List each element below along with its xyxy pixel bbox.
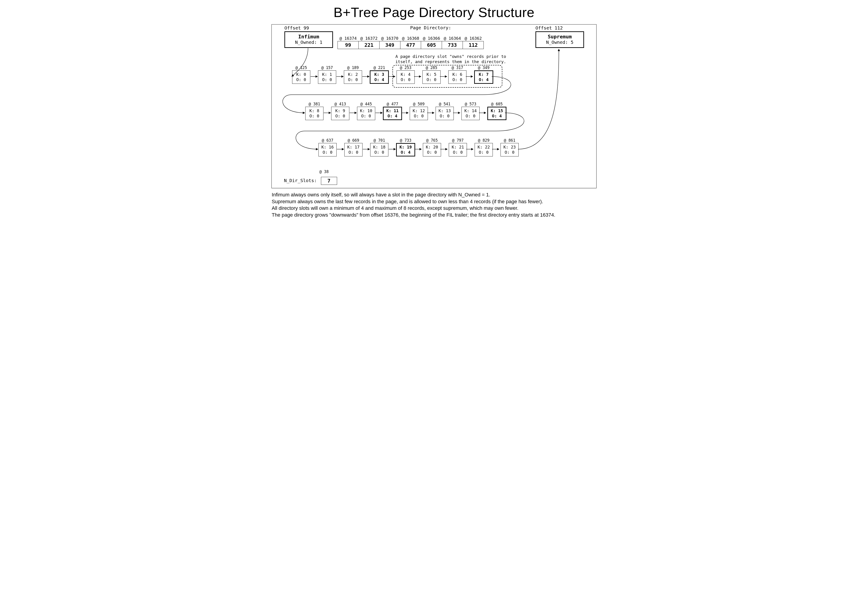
supremum-box: Supremum N_Owned: 5 — [535, 31, 584, 48]
record-offset: @ 125 — [292, 65, 310, 70]
dir-slot-offset: @ 16368 — [400, 36, 421, 41]
record-offset: @ 573 — [462, 102, 480, 106]
supremum-offset-label: Offset 112 — [535, 25, 563, 31]
record: K: 2O: 0 — [344, 70, 362, 84]
record-key: K: 1 — [318, 72, 336, 77]
record-offset: @ 413 — [331, 102, 349, 106]
record-key: K: 7 — [475, 72, 493, 77]
record-offset: @ 733 — [396, 138, 415, 143]
record-key: K: 8 — [305, 108, 323, 113]
record: K: 18O: 0 — [370, 143, 388, 157]
record-owner: K: 11O: 4 — [383, 107, 402, 120]
ndir-value: 7 — [321, 177, 337, 185]
record: K: 12O: 0 — [410, 107, 428, 120]
record-key: K: 15 — [488, 108, 506, 113]
record-owned: O: 0 — [423, 150, 441, 155]
record-key: K: 18 — [370, 145, 388, 150]
record-offset: @ 349 — [474, 65, 493, 70]
record: K: 1O: 0 — [318, 70, 336, 84]
record-owned: O: 0 — [370, 150, 388, 155]
record-key: K: 21 — [449, 145, 467, 150]
record-offset: @ 637 — [318, 138, 336, 143]
record-key: K: 9 — [332, 108, 349, 113]
record-owned: O: 0 — [319, 150, 336, 155]
record: K: 6O: 0 — [448, 70, 467, 84]
infimum-box: Infimum N_Owned: 1 — [284, 31, 333, 48]
footnote-line: The page directory grows "downwards" fro… — [272, 212, 596, 219]
ndir-offset: @ 38 — [319, 169, 329, 174]
record: K: 17O: 0 — [344, 143, 363, 157]
dir-slot-value: 221 — [358, 41, 379, 49]
record-key: K: 2 — [344, 72, 362, 77]
dir-slot-offset: @ 16364 — [442, 36, 463, 41]
page-directory-label: Page Directory: — [410, 25, 451, 30]
record-owned: O: 0 — [292, 77, 310, 82]
dir-slot-offset: @ 16370 — [379, 36, 400, 41]
ndir-slots: N_Dir_Slots: 7 — [284, 177, 337, 185]
record-owned: O: 4 — [397, 150, 414, 155]
footnotes: Infimum always owns only itself, so will… — [272, 191, 596, 219]
dir-slot-value: 349 — [379, 41, 400, 49]
record-owned: O: 0 — [397, 77, 414, 82]
dir-slot-value: 112 — [463, 41, 484, 49]
record-owned: O: 0 — [332, 113, 349, 119]
ownership-note: A page directory slot "owns" records pri… — [395, 54, 511, 64]
record-offset: @ 829 — [474, 138, 493, 143]
record-key: K: 11 — [384, 108, 401, 113]
footnote-line: Infimum always owns only itself, so will… — [272, 191, 596, 198]
record-offset: @ 477 — [383, 102, 402, 106]
record-owned: O: 0 — [344, 150, 362, 155]
record-offset: @ 765 — [423, 138, 441, 143]
record-key: K: 10 — [357, 108, 375, 113]
record-key: K: 19 — [397, 145, 414, 150]
record: K: 8O: 0 — [305, 107, 324, 120]
record-offset: @ 797 — [449, 138, 467, 143]
infimum-title: Infimum — [285, 34, 332, 39]
record-key: K: 13 — [436, 108, 454, 113]
record: K: 4O: 0 — [397, 70, 415, 84]
record-owned: O: 0 — [436, 113, 454, 119]
record-key: K: 3 — [370, 72, 388, 77]
record-owned: O: 0 — [475, 150, 493, 155]
record-offset: @ 285 — [422, 65, 440, 70]
record-owner: K: 19O: 4 — [396, 143, 415, 157]
record: K: 14O: 0 — [462, 107, 480, 120]
page-directory-table: @ 16374@ 16372@ 16370@ 16368@ 16366@ 163… — [338, 36, 484, 49]
record-owned: O: 0 — [462, 113, 479, 119]
record-offset: @ 317 — [448, 65, 467, 70]
dir-slot-offset: @ 16366 — [421, 36, 442, 41]
infimum-offset-label: Offset 99 — [284, 25, 309, 31]
record: K: 23O: 0 — [501, 143, 519, 157]
record-offset: @ 701 — [370, 138, 388, 143]
record-owned: O: 0 — [344, 77, 362, 82]
record-owned: O: 0 — [318, 77, 336, 82]
record: K: 22O: 0 — [474, 143, 493, 157]
record-offset: @ 189 — [344, 65, 362, 70]
record-key: K: 20 — [423, 145, 441, 150]
dir-slot-value: 477 — [400, 41, 421, 49]
infimum-owned: N_Owned: 1 — [285, 39, 332, 45]
record-offset: @ 509 — [410, 102, 428, 106]
dir-slot-offset: @ 16362 — [463, 36, 484, 41]
footnote-line: All directory slots will own a minimum o… — [272, 205, 596, 212]
record-offset: @ 861 — [501, 138, 519, 143]
record-key: K: 12 — [410, 108, 428, 113]
record-key: K: 6 — [448, 72, 466, 77]
record-key: K: 5 — [423, 72, 440, 77]
record-owned: O: 0 — [449, 150, 467, 155]
record-owned: O: 0 — [501, 150, 518, 155]
footnote-line: Supremum always owns the last few record… — [272, 198, 596, 205]
record: K: 16O: 0 — [318, 143, 336, 157]
record-offset: @ 381 — [305, 102, 324, 106]
record-offset: @ 669 — [344, 138, 363, 143]
record: K: 13O: 0 — [436, 107, 454, 120]
record-owned: O: 4 — [370, 77, 388, 82]
record: K: 5O: 0 — [422, 70, 440, 84]
dir-slot-value: 733 — [442, 41, 463, 49]
record-key: K: 22 — [475, 145, 493, 150]
record-key: K: 4 — [397, 72, 414, 77]
record-owned: O: 0 — [410, 113, 428, 119]
record-offset: @ 157 — [318, 65, 336, 70]
record-offset: @ 221 — [370, 65, 389, 70]
record-owned: O: 0 — [305, 113, 323, 119]
